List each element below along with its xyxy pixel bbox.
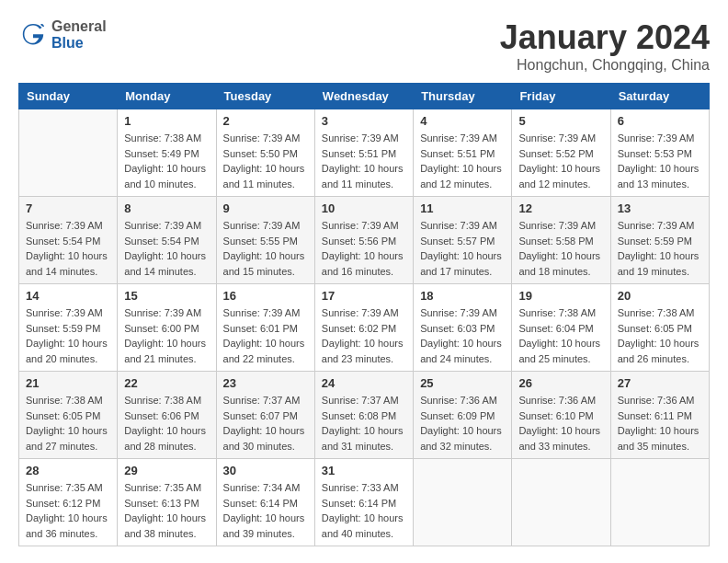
general-blue-logo-icon: [18, 20, 48, 50]
day-info: Sunrise: 7:39 AMSunset: 6:02 PMDaylight:…: [322, 305, 406, 366]
calendar-cell: 1Sunrise: 7:38 AMSunset: 5:49 PMDaylight…: [118, 109, 216, 197]
day-info: Sunrise: 7:39 AMSunset: 5:51 PMDaylight:…: [322, 131, 406, 191]
day-info: Sunrise: 7:33 AMSunset: 6:14 PMDaylight:…: [322, 480, 406, 541]
day-number: 19: [518, 289, 603, 303]
weekday-header-wednesday: Wednesday: [314, 84, 413, 109]
calendar-week-row: 1Sunrise: 7:38 AMSunset: 5:49 PMDaylight…: [19, 109, 710, 197]
calendar-cell: 5Sunrise: 7:39 AMSunset: 5:52 PMDaylight…: [512, 109, 610, 197]
calendar-cell: 30Sunrise: 7:34 AMSunset: 6:14 PMDayligh…: [216, 459, 314, 546]
day-number: 6: [618, 114, 702, 128]
calendar-cell: 10Sunrise: 7:39 AMSunset: 5:56 PMDayligh…: [314, 197, 413, 284]
calendar-cell: 18Sunrise: 7:39 AMSunset: 6:03 PMDayligh…: [414, 284, 512, 372]
calendar-cell: 25Sunrise: 7:36 AMSunset: 6:09 PMDayligh…: [414, 372, 512, 459]
calendar-cell: 12Sunrise: 7:39 AMSunset: 5:58 PMDayligh…: [512, 197, 610, 284]
day-number: 21: [26, 376, 110, 390]
calendar-week-row: 28Sunrise: 7:35 AMSunset: 6:12 PMDayligh…: [19, 459, 710, 546]
day-number: 11: [420, 201, 505, 215]
calendar-cell: [414, 459, 512, 546]
calendar-cell: 15Sunrise: 7:39 AMSunset: 6:00 PMDayligh…: [118, 284, 216, 372]
day-info: Sunrise: 7:39 AMSunset: 5:59 PMDaylight:…: [26, 305, 110, 366]
weekday-header-thursday: Thursday: [414, 84, 512, 109]
day-info: Sunrise: 7:35 AMSunset: 6:12 PMDaylight:…: [26, 480, 110, 541]
day-info: Sunrise: 7:36 AMSunset: 6:09 PMDaylight:…: [420, 393, 505, 454]
day-info: Sunrise: 7:38 AMSunset: 6:05 PMDaylight:…: [26, 393, 110, 454]
calendar-cell: 23Sunrise: 7:37 AMSunset: 6:07 PMDayligh…: [216, 372, 314, 459]
weekday-header-friday: Friday: [512, 84, 610, 109]
calendar-cell: 16Sunrise: 7:39 AMSunset: 6:01 PMDayligh…: [216, 284, 314, 372]
day-number: 7: [26, 201, 110, 215]
calendar-week-row: 14Sunrise: 7:39 AMSunset: 5:59 PMDayligh…: [19, 284, 710, 372]
day-info: Sunrise: 7:36 AMSunset: 6:10 PMDaylight:…: [518, 393, 603, 454]
day-number: 25: [420, 376, 505, 390]
calendar-cell: 28Sunrise: 7:35 AMSunset: 6:12 PMDayligh…: [19, 459, 118, 546]
day-info: Sunrise: 7:36 AMSunset: 6:11 PMDaylight:…: [618, 393, 702, 454]
calendar-cell: 26Sunrise: 7:36 AMSunset: 6:10 PMDayligh…: [512, 372, 610, 459]
calendar-cell: 17Sunrise: 7:39 AMSunset: 6:02 PMDayligh…: [314, 284, 413, 372]
weekday-header-tuesday: Tuesday: [216, 84, 314, 109]
day-info: Sunrise: 7:38 AMSunset: 5:49 PMDaylight:…: [124, 131, 209, 191]
calendar-cell: 11Sunrise: 7:39 AMSunset: 5:57 PMDayligh…: [414, 197, 512, 284]
day-number: 28: [26, 464, 110, 477]
weekday-header-saturday: Saturday: [610, 84, 709, 109]
day-info: Sunrise: 7:38 AMSunset: 6:04 PMDaylight:…: [518, 305, 603, 366]
day-info: Sunrise: 7:39 AMSunset: 6:03 PMDaylight:…: [420, 305, 505, 366]
day-number: 29: [124, 464, 209, 477]
day-info: Sunrise: 7:39 AMSunset: 5:58 PMDaylight:…: [518, 218, 603, 279]
calendar-cell: 21Sunrise: 7:38 AMSunset: 6:05 PMDayligh…: [19, 372, 118, 459]
calendar-cell: 2Sunrise: 7:39 AMSunset: 5:50 PMDaylight…: [216, 109, 314, 197]
calendar-cell: 4Sunrise: 7:39 AMSunset: 5:51 PMDaylight…: [414, 109, 512, 197]
day-info: Sunrise: 7:39 AMSunset: 5:57 PMDaylight:…: [420, 218, 505, 279]
day-number: 15: [124, 289, 209, 303]
title-area: January 2024 Hongchun, Chongqing, China: [500, 18, 710, 74]
day-number: 3: [322, 114, 406, 128]
day-info: Sunrise: 7:39 AMSunset: 5:51 PMDaylight:…: [420, 131, 505, 191]
calendar-table: SundayMondayTuesdayWednesdayThursdayFrid…: [18, 83, 710, 546]
day-number: 14: [26, 289, 110, 303]
day-number: 27: [618, 376, 702, 390]
calendar-cell: [512, 459, 610, 546]
day-number: 18: [420, 289, 505, 303]
calendar-cell: 31Sunrise: 7:33 AMSunset: 6:14 PMDayligh…: [314, 459, 413, 546]
day-info: Sunrise: 7:37 AMSunset: 6:08 PMDaylight:…: [322, 393, 406, 454]
day-number: 2: [223, 114, 308, 128]
calendar-cell: 8Sunrise: 7:39 AMSunset: 5:54 PMDaylight…: [118, 197, 216, 284]
day-info: Sunrise: 7:39 AMSunset: 5:52 PMDaylight:…: [518, 131, 603, 191]
day-number: 22: [124, 376, 209, 390]
day-info: Sunrise: 7:38 AMSunset: 6:06 PMDaylight:…: [124, 393, 209, 454]
day-number: 31: [322, 464, 406, 477]
calendar-cell: 20Sunrise: 7:38 AMSunset: 6:05 PMDayligh…: [610, 284, 709, 372]
weekday-header-monday: Monday: [118, 84, 216, 109]
day-number: 8: [124, 201, 209, 215]
location-subtitle: Hongchun, Chongqing, China: [500, 57, 710, 74]
calendar-cell: [610, 459, 709, 546]
day-number: 5: [518, 114, 603, 128]
day-info: Sunrise: 7:34 AMSunset: 6:14 PMDaylight:…: [223, 480, 308, 541]
day-number: 16: [223, 289, 308, 303]
day-info: Sunrise: 7:39 AMSunset: 5:59 PMDaylight:…: [618, 218, 702, 279]
day-number: 20: [618, 289, 702, 303]
calendar-cell: 24Sunrise: 7:37 AMSunset: 6:08 PMDayligh…: [314, 372, 413, 459]
day-number: 12: [518, 201, 603, 215]
day-number: 13: [618, 201, 702, 215]
day-info: Sunrise: 7:39 AMSunset: 6:00 PMDaylight:…: [124, 305, 209, 366]
calendar-cell: [19, 109, 118, 197]
day-number: 30: [223, 464, 308, 477]
calendar-cell: 13Sunrise: 7:39 AMSunset: 5:59 PMDayligh…: [610, 197, 709, 284]
day-info: Sunrise: 7:39 AMSunset: 5:50 PMDaylight:…: [223, 131, 308, 191]
calendar-cell: 3Sunrise: 7:39 AMSunset: 5:51 PMDaylight…: [314, 109, 413, 197]
calendar-cell: 29Sunrise: 7:35 AMSunset: 6:13 PMDayligh…: [118, 459, 216, 546]
calendar-week-row: 7Sunrise: 7:39 AMSunset: 5:54 PMDaylight…: [19, 197, 710, 284]
page-header: General Blue January 2024 Hongchun, Chon…: [18, 18, 710, 74]
day-info: Sunrise: 7:39 AMSunset: 5:55 PMDaylight:…: [223, 218, 308, 279]
calendar-cell: 9Sunrise: 7:39 AMSunset: 5:55 PMDaylight…: [216, 197, 314, 284]
calendar-cell: 7Sunrise: 7:39 AMSunset: 5:54 PMDaylight…: [19, 197, 118, 284]
weekday-header-sunday: Sunday: [19, 84, 118, 109]
weekday-header-row: SundayMondayTuesdayWednesdayThursdayFrid…: [19, 84, 710, 109]
calendar-cell: 14Sunrise: 7:39 AMSunset: 5:59 PMDayligh…: [19, 284, 118, 372]
day-number: 26: [518, 376, 603, 390]
day-info: Sunrise: 7:39 AMSunset: 5:56 PMDaylight:…: [322, 218, 406, 279]
day-number: 10: [322, 201, 406, 215]
day-info: Sunrise: 7:39 AMSunset: 6:01 PMDaylight:…: [223, 305, 308, 366]
calendar-cell: 22Sunrise: 7:38 AMSunset: 6:06 PMDayligh…: [118, 372, 216, 459]
calendar-week-row: 21Sunrise: 7:38 AMSunset: 6:05 PMDayligh…: [19, 372, 710, 459]
